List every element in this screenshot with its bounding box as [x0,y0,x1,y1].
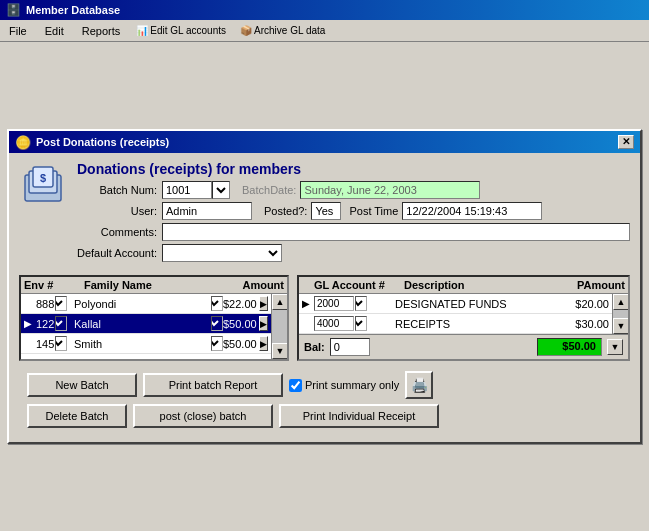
left-table-body: 888 Polyondi $22.00 ▶ [21,294,271,359]
row-nav-1[interactable]: ▶ [259,316,268,331]
col-gl: GL Account # [314,279,404,291]
table-row[interactable]: ▶ DESIGNATED FUNDS $20.00 [299,294,612,314]
right-table-header: GL Account # Description PAmount [299,277,628,294]
batch-num-label: Batch Num: [77,184,157,196]
edit-gl-menu[interactable]: 📊 Edit GL accounts [133,24,229,37]
user-input[interactable] [162,202,252,220]
right-table: GL Account # Description PAmount ▶ [297,275,630,361]
batch-row: Batch Num: BatchDate: [77,181,630,199]
scroll-down[interactable]: ▼ [272,343,287,359]
table-row[interactable]: RECEIPTS $30.00 [299,314,612,334]
header-section: $ Donations (receipts) for members Batch… [19,161,630,265]
dialog-icon: 🪙 [15,135,31,150]
donations-svg-icon: $ [21,163,65,207]
gl-amount-1: $30.00 [544,318,609,330]
gl-select-0[interactable] [355,296,367,311]
scroll-down-right[interactable]: ▼ [613,318,628,334]
dialog-title: Post Donations (receipts) [36,136,169,148]
table-row[interactable]: 145 Smith $50.00 ▶ [21,334,271,354]
post-close-batch-button[interactable]: post (close) batch [133,404,273,428]
menubar: File Edit Reports 📊 Edit GL accounts 📦 A… [0,20,649,42]
name-select-2[interactable] [211,336,223,351]
gl-account-0[interactable] [314,296,354,311]
env-select-2[interactable] [55,336,67,351]
file-menu[interactable]: File [4,23,32,39]
default-account-row: Default Account: [77,244,630,262]
posted-label: Posted?: [264,205,307,217]
dialog-titlebar: 🪙 Post Donations (receipts) ✕ [9,131,640,153]
footer-section: New Batch Print batch Report Print summa… [19,365,630,434]
archive-gl-label: Archive GL data [254,25,325,36]
app-icon: 🗄️ [6,3,21,17]
delete-batch-button[interactable]: Delete Batch [27,404,127,428]
user-label: User: [77,205,157,217]
printer-icon-button[interactable]: 🖨️ [405,371,433,399]
comments-label: Comments: [77,226,157,238]
gl-select-1[interactable] [355,316,367,331]
name-select-1[interactable] [211,316,223,331]
dialog-heading: Donations (receipts) for members [77,161,630,177]
print-batch-report-button[interactable]: Print batch Report [143,373,283,397]
edit-gl-label: Edit GL accounts [150,25,226,36]
left-table-header: Env # Family Name Amount [21,277,287,294]
default-account-label: Default Account: [77,247,157,259]
post-time-label: Post Time [349,205,398,217]
balance-scroll[interactable]: ▼ [607,339,623,355]
tables-section: Env # Family Name Amount 888 [19,275,630,361]
scroll-up-right[interactable]: ▲ [613,294,628,310]
comments-row: Comments: [77,223,630,241]
batch-num-input[interactable] [162,181,212,199]
outer-titlebar: 🗄️ Member Database [0,0,649,20]
gl-desc-0: DESIGNATED FUNDS [392,298,544,310]
footer-row-2: Delete Batch post (close) batch Print In… [27,404,622,428]
env-select-1[interactable] [55,316,67,331]
col-amount: Amount [224,279,284,291]
name-select-0[interactable] [211,296,223,311]
balance-label: Bal: [304,341,325,353]
balance-row: Bal: $50.00 ▼ [299,334,628,359]
table-row[interactable]: 888 Polyondi $22.00 ▶ [21,294,271,314]
print-summary-checkbox[interactable] [289,379,302,392]
gl-account-1[interactable] [314,316,354,331]
balance-input[interactable] [330,338,370,356]
archive-gl-menu[interactable]: 📦 Archive GL data [237,24,328,37]
col-family: Family Name [84,279,224,291]
balance-total: $50.00 [537,338,602,356]
outer-window: 🗄️ Member Database File Edit Reports 📊 E… [0,0,649,531]
env-select-0[interactable] [55,296,67,311]
print-individual-receipt-button[interactable]: Print Individual Receipt [279,404,439,428]
footer-row-1: New Batch Print batch Report Print summa… [27,371,622,399]
new-batch-button[interactable]: New Batch [27,373,137,397]
user-row: User: Posted?: Post Time [77,202,630,220]
table-row[interactable]: ▶ 122 Kallal [21,314,271,334]
main-area: 🪙 Post Donations (receipts) ✕ $ [0,42,649,531]
dialog-content: $ Donations (receipts) for members Batch… [9,153,640,442]
scroll-up[interactable]: ▲ [272,294,287,310]
left-table: Env # Family Name Amount 888 [19,275,289,361]
close-button[interactable]: ✕ [618,135,634,149]
print-summary-text: Print summary only [305,379,399,391]
row-nav-0[interactable]: ▶ [259,296,268,311]
batch-num-select[interactable] [212,181,230,199]
posted-input[interactable] [311,202,341,220]
batch-date-input[interactable] [300,181,480,199]
reports-menu[interactable]: Reports [77,23,126,39]
edit-menu[interactable]: Edit [40,23,69,39]
dialog: 🪙 Post Donations (receipts) ✕ $ [7,129,642,444]
gl-amount-0: $20.00 [544,298,609,310]
right-scrollbar[interactable]: ▲ ▼ [612,294,628,334]
col-pamount: PAmount [560,279,625,291]
default-account-select[interactable] [162,244,282,262]
header-icon: $ [19,161,67,209]
right-table-body: ▶ DESIGNATED FUNDS $20.00 [299,294,612,334]
batch-date-label: BatchDate: [242,184,296,196]
row-nav-2[interactable]: ▶ [259,336,268,351]
gl-desc-1: RECEIPTS [392,318,544,330]
comments-input[interactable] [162,223,630,241]
col-env: Env # [24,279,84,291]
left-scrollbar[interactable]: ▲ ▼ [271,294,287,359]
post-time-input[interactable] [402,202,542,220]
col-desc: Description [404,279,560,291]
outer-window-title: Member Database [26,4,120,16]
svg-text:$: $ [40,172,46,184]
